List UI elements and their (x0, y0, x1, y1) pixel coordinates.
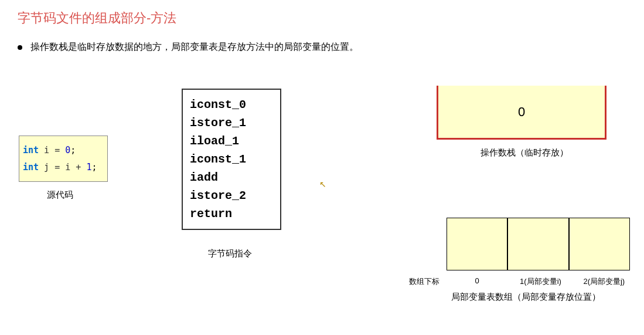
keyword: int (23, 145, 39, 155)
bytecode-line: iadd (190, 168, 273, 187)
bullet-line: 操作数栈是临时存放数据的地方，局部变量表是存放方法中的局部变量的位置。 (0, 27, 644, 53)
local-var-cell-0 (447, 218, 507, 270)
local-var-cell-1 (507, 218, 568, 270)
index-row: 数组下标 0 1(局部变量i) 2(局部变量j) (390, 276, 636, 287)
bytecode-line: iload_1 (190, 132, 273, 150)
local-var-table-label: 局部变量表数组（局部变量存放位置） (451, 292, 601, 303)
bytecode-line: return (190, 205, 273, 223)
source-code-label: 源代码 (47, 190, 73, 201)
index-cell: 0 (445, 276, 509, 287)
local-var-table (447, 218, 630, 270)
bullet-icon (18, 45, 22, 50)
bytecode-line: iconst_1 (190, 150, 273, 168)
index-label: 数组下标 (390, 276, 445, 287)
code-text: j = i + (39, 162, 86, 172)
operand-stack-value: 0 (518, 104, 525, 120)
bytecode-line: iconst_0 (190, 96, 273, 114)
cursor-icon: ↖ (319, 180, 326, 189)
code-text: i = (39, 145, 65, 155)
bytecode-line: istore_2 (190, 187, 273, 205)
index-cell: 2(局部变量j) (573, 276, 636, 287)
source-line-2: int j = i + 1; (23, 159, 104, 176)
bullet-text: 操作数栈是临时存放数据的地方，局部变量表是存放方法中的局部变量的位置。 (30, 42, 359, 52)
number-literal: 0 (65, 145, 70, 155)
page-title: 字节码文件的组成部分-方法 (0, 0, 644, 27)
diagram-area: int i = 0; int j = i + 1; 源代码 iconst_0 i… (0, 71, 644, 329)
local-var-cell-2 (568, 218, 629, 270)
bytecode-line: istore_1 (190, 114, 273, 132)
operand-stack-label: 操作数栈（临时存放） (481, 147, 568, 158)
semicolon: ; (91, 162, 97, 172)
source-line-1: int i = 0; (23, 142, 104, 159)
operand-stack-box: 0 (437, 86, 606, 140)
bytecode-box: iconst_0 istore_1 iload_1 iconst_1 iadd … (182, 89, 281, 230)
semicolon: ; (70, 145, 76, 155)
bytecode-label: 字节码指令 (208, 248, 252, 259)
index-cell: 1(局部变量i) (509, 276, 572, 287)
keyword: int (23, 162, 39, 172)
source-code-box: int i = 0; int j = i + 1; (19, 136, 108, 182)
